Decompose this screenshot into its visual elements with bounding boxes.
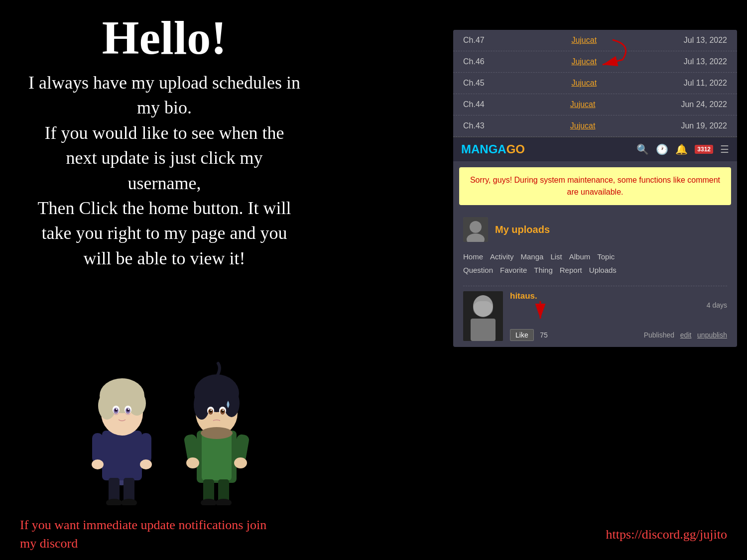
chapter-num: Ch.46 bbox=[463, 57, 485, 66]
tab-favorite[interactable]: Favorite bbox=[498, 264, 529, 276]
chapter-uploader[interactable]: Jujucat bbox=[571, 36, 597, 45]
maintenance-banner: Sorry, guys! During system maintenance, … bbox=[459, 167, 731, 205]
svg-point-22 bbox=[92, 459, 104, 469]
bell-icon[interactable]: 🔔 bbox=[675, 143, 688, 155]
hello-title: Hello! bbox=[102, 10, 227, 65]
profile-avatar bbox=[463, 217, 488, 242]
tab-list[interactable]: List bbox=[548, 251, 564, 262]
tab-activity[interactable]: Activity bbox=[488, 251, 516, 262]
maintenance-text: Sorry, guys! During system maintenance, … bbox=[469, 174, 721, 198]
svg-rect-20 bbox=[92, 433, 103, 463]
chapter-row-45: Ch.45 Jujucat Jul 11, 2022 bbox=[453, 73, 737, 94]
nav-row-2: Question Favorite Thing Report Uploads bbox=[461, 263, 729, 280]
post-actions: Like 75 Published edit unpublish bbox=[510, 329, 727, 341]
chapter-row-43: Ch.43 Jujucat Jun 19, 2022 bbox=[453, 115, 737, 137]
search-icon[interactable]: 🔍 bbox=[636, 143, 649, 155]
svg-point-38 bbox=[223, 410, 224, 411]
edit-link[interactable]: edit bbox=[680, 331, 692, 339]
svg-rect-55 bbox=[473, 301, 493, 316]
chibi-right bbox=[174, 346, 259, 505]
svg-point-4 bbox=[98, 392, 116, 420]
tab-uploads[interactable]: Uploads bbox=[587, 264, 619, 276]
tab-manga[interactable]: Manga bbox=[519, 251, 546, 262]
chapter-row-47: Ch.47 Jujucat Jul 13, 2022 bbox=[453, 30, 737, 51]
tab-report[interactable]: Report bbox=[558, 264, 584, 276]
chapter-list: Ch.47 Jujucat Jul 13, 2022 Ch.46 Jujucat… bbox=[453, 30, 737, 137]
tab-album[interactable]: Album bbox=[567, 251, 593, 262]
chapter-uploader[interactable]: Jujucat bbox=[571, 57, 597, 66]
svg-rect-1 bbox=[102, 431, 142, 480]
svg-point-49 bbox=[470, 221, 482, 233]
tab-question[interactable]: Question bbox=[461, 264, 495, 276]
svg-rect-21 bbox=[140, 433, 151, 463]
svg-point-43 bbox=[216, 499, 232, 505]
logo-go-text: GO bbox=[506, 142, 525, 156]
svg-point-29 bbox=[224, 389, 240, 417]
svg-point-18 bbox=[106, 499, 122, 505]
discord-notice: If you want immediate update notificatio… bbox=[20, 516, 269, 553]
svg-point-19 bbox=[121, 499, 137, 505]
svg-point-46 bbox=[186, 457, 199, 468]
tab-thing[interactable]: Thing bbox=[532, 264, 555, 276]
chapter-num: Ch.45 bbox=[463, 79, 485, 88]
chibi-left bbox=[80, 346, 164, 505]
nav-row-1: Home Activity Manga List Album Topic bbox=[461, 250, 729, 263]
notification-badge: 3312 bbox=[695, 145, 713, 154]
tab-topic[interactable]: Topic bbox=[595, 251, 617, 262]
mangago-navbar: MANGAGO 🔍 🕐 🔔 3312 ☰ bbox=[453, 137, 737, 161]
chapter-date: Jul 13, 2022 bbox=[684, 36, 727, 45]
post-content: hitaus. 4 days Like 75 Published edit bbox=[510, 291, 727, 341]
unpublish-link[interactable]: unpublish bbox=[697, 331, 727, 339]
svg-point-39 bbox=[201, 427, 233, 439]
nav-tabs: Home Activity Manga List Album Topic Que… bbox=[453, 248, 737, 280]
chapter-date: Jul 11, 2022 bbox=[684, 79, 727, 88]
svg-rect-30 bbox=[195, 393, 201, 416]
upload-post: hitaus. 4 days Like 75 Published edit bbox=[463, 286, 727, 341]
chapter-row-46: Ch.46 Jujucat Jul 13, 2022 bbox=[453, 51, 737, 73]
svg-point-47 bbox=[234, 457, 247, 468]
like-count: 75 bbox=[540, 331, 548, 339]
svg-rect-54 bbox=[471, 319, 496, 341]
post-author[interactable]: hitaus. bbox=[510, 291, 537, 301]
svg-point-42 bbox=[201, 499, 217, 505]
profile-section: My uploads bbox=[453, 211, 737, 248]
chapter-date: Jun 19, 2022 bbox=[681, 121, 727, 130]
chapter-num: Ch.44 bbox=[463, 100, 485, 109]
right-panel: Ch.47 Jujucat Jul 13, 2022 Ch.46 Jujucat… bbox=[453, 30, 737, 347]
chibi-area bbox=[15, 331, 324, 505]
body-text: I always have my upload schedules inmy b… bbox=[8, 70, 320, 271]
post-thumbnail bbox=[463, 291, 503, 341]
navbar-icons: 🔍 🕐 🔔 3312 ☰ bbox=[636, 143, 729, 155]
mangago-logo[interactable]: MANGAGO bbox=[461, 142, 525, 156]
logo-manga-text: MANGA bbox=[461, 142, 506, 156]
chapter-uploader[interactable]: Jujucat bbox=[571, 79, 597, 88]
bottom-text-area: If you want immediate update notificatio… bbox=[0, 516, 747, 553]
post-meta: 4 days bbox=[510, 301, 727, 309]
chapter-num: Ch.43 bbox=[463, 121, 485, 130]
profile-name: My uploads bbox=[495, 224, 550, 235]
svg-point-23 bbox=[140, 459, 152, 469]
like-button[interactable]: Like bbox=[510, 329, 534, 341]
svg-point-15 bbox=[128, 409, 129, 410]
svg-point-14 bbox=[116, 409, 118, 410]
chapter-uploader[interactable]: Jujucat bbox=[570, 100, 596, 109]
svg-point-37 bbox=[211, 410, 212, 411]
menu-icon[interactable]: ☰ bbox=[720, 143, 729, 155]
post-date: 4 days bbox=[707, 301, 727, 309]
discord-link[interactable]: https://discord.gg/jujito bbox=[606, 527, 727, 542]
tab-home[interactable]: Home bbox=[461, 251, 485, 262]
chapter-date: Jun 24, 2022 bbox=[681, 100, 727, 109]
chapter-num: Ch.47 bbox=[463, 36, 485, 45]
chapter-row-44: Ch.44 Jujucat Jun 24, 2022 bbox=[453, 94, 737, 115]
post-status: Published edit unpublish bbox=[644, 331, 727, 339]
chapter-uploader[interactable]: Jujucat bbox=[570, 121, 596, 130]
chapter-date: Jul 13, 2022 bbox=[684, 57, 727, 66]
history-icon[interactable]: 🕐 bbox=[656, 143, 668, 155]
